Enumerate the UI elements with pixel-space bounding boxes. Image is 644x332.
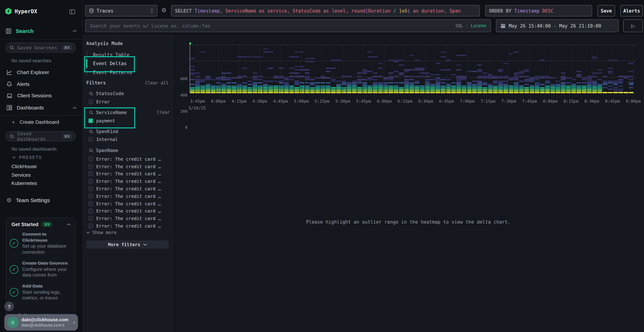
filter-option-spanname[interactable]: Error: The credit card … [88,185,170,192]
app-root: HyperDX Search Saved Searches ⌘K No save… [0,0,644,332]
filters-title: Filters [86,80,106,86]
clear-all-button[interactable]: Clear all [145,80,168,86]
filter-option-spanname[interactable]: Error: The credit card … [88,207,170,215]
search-icon [89,148,94,152]
search-input[interactable]: Search your events w/ Lucene ex. column:… [85,19,491,32]
run-query-button[interactable]: ▷ [623,19,643,32]
hyperdx-logo-icon [5,8,12,15]
x-axis-tick-label: 5:30pm [334,99,351,104]
sidebar-item-label: Dashboards [17,105,44,110]
divider [0,115,82,116]
filter-option-payment[interactable]: ✓ payment [88,117,115,124]
x-axis-tick-label: 7:15pm [480,99,496,104]
search-icon [89,92,94,96]
filter-option-spanname[interactable]: Error: The credit card … [88,170,170,178]
preset-clickhouse[interactable]: ClickHouse [12,164,37,169]
sidebar-item-label: Client Sessions [17,93,52,98]
filter-option-internal[interactable]: Internal [88,136,118,143]
filter-option-spanname[interactable]: Error: The credit card … [88,155,170,163]
get-started-progress-badge: 3/3 [41,222,52,227]
show-more-button[interactable]: Show more [86,230,116,235]
checkbox-unchecked[interactable] [88,186,93,191]
no-saved-dashboards-text: No saved dashboards [12,146,57,152]
preset-services[interactable]: Services [12,172,30,178]
language-toggle-sql[interactable]: SQL [455,23,463,28]
saved-searches-input[interactable]: Saved Searches ⌘K [6,42,76,52]
sidebar-item-alerts[interactable]: Alerts [6,80,76,89]
search-section-header[interactable]: Search [6,28,76,34]
time-range-value: May 26 15:40:00 - May 26 21:10:00 [509,23,601,28]
sql-select-input[interactable]: SELECT Timestamp, ServiceName as service… [171,5,480,16]
saved-dashboards-placeholder: Saved Dashboards [17,131,59,142]
checkbox-unchecked[interactable] [88,224,93,228]
chevron-up-icon [73,106,76,109]
presets-toggle[interactable]: PRESETS [12,155,42,160]
x-axis-tick-label: 5:45pm [355,99,372,104]
chevron-down-icon [86,231,90,234]
user-menu[interactable]: D dale@clickhouse.com dale@clickhouse.co… [4,314,78,330]
x-axis-tick-label: 4:15pm [230,99,248,104]
chart-area: 0200400600 3:45pm4:00pm4:15pm4:30pm4:45p… [172,34,644,332]
checkbox-checked[interactable]: ✓ [88,118,93,123]
get-started-item[interactable]: ✓ Create Data Sources Configure where yo… [10,260,73,278]
sidebar-item-chart-explorer[interactable]: Chart Explorer [6,68,76,77]
alerts-button[interactable]: Alerts [620,5,643,16]
filter-option-spanname[interactable]: Error: The credit card … [88,222,170,230]
x-axis-tick-label: 9:00pm [625,99,642,104]
get-started-item[interactable]: ✓ Add Data Start sending logs, metrics, … [10,283,73,301]
more-filters-button[interactable]: More filters [86,240,169,249]
query-settings-gear-icon[interactable]: ⚙ [161,8,166,13]
saved-dashboards-input[interactable]: Saved Dashboards ⌘K [6,131,76,141]
sidebar-item-client-sessions[interactable]: Client Sessions [6,91,76,100]
checkbox-unchecked[interactable] [88,194,93,198]
checkbox-unchecked[interactable] [88,137,93,142]
checkbox-unchecked[interactable] [88,179,93,184]
search-placeholder: Search your events w/ Lucene ex. column:… [90,23,210,28]
get-started-header[interactable]: Get Started 3/3 [12,222,71,227]
order-by-input[interactable]: ORDER BY Timestamp DESC [485,5,592,16]
checkbox-unchecked[interactable] [88,216,93,221]
clear-servicename-button[interactable]: Clear [157,110,170,115]
filter-option-spanname[interactable]: Error: The credit card … [88,200,170,208]
spanname-option-label: Error: The credit card … [96,208,161,214]
checkbox-unchecked[interactable] [88,201,93,206]
filter-option-spanname[interactable]: Error: The credit card … [88,215,170,222]
get-started-item-title[interactable]: Add Data [22,283,42,289]
mode-event-patterns[interactable]: Event Patterns [93,68,132,76]
get-started-item[interactable]: ✓ Connect to ClickHouse Set up your data… [10,232,73,255]
filter-option-error[interactable]: Error [88,98,110,106]
logo[interactable]: HyperDX [5,8,37,15]
filter-option-spanname[interactable]: Error: The credit card … [88,192,170,200]
filter-option-spanname[interactable]: Error: The credit card … [88,178,170,185]
check-circle-icon: ✓ [10,265,18,274]
x-axis-tick-label: 5:00pm [293,99,310,104]
spanname-option-label: Error: The credit card … [96,171,161,176]
get-started-item-title[interactable]: Connect to ClickHouse [22,232,48,243]
language-toggle-lucene[interactable]: Lucene [471,23,486,28]
sidebar-item-dashboards[interactable]: Dashboards [6,103,76,112]
mode-event-deltas[interactable]: Event Deltas [93,59,127,68]
team-settings-label: Team Settings [16,197,50,203]
get-started-item-title[interactable]: Create Data Sources [22,260,68,266]
collapse-sidebar-icon[interactable] [70,9,75,14]
laptop-icon [6,93,12,98]
mode-results-table[interactable]: Results Table [93,50,130,59]
create-dashboard-label: Create Dashboard [20,120,59,125]
checkbox-unchecked[interactable] [88,100,93,104]
source-select[interactable]: Traces [85,5,158,16]
checkbox-unchecked[interactable] [88,157,93,161]
filter-option-spanname[interactable]: Error: The credit card … [88,163,170,170]
create-dashboard-button[interactable]: + Create Dashboard [12,119,59,125]
checkbox-unchecked[interactable] [88,209,93,214]
save-button[interactable]: Save [598,5,615,16]
spanname-options-list: Error: The credit card …Error: The credi… [88,155,170,230]
sidebar-item-team-settings[interactable]: ⚙ Team Settings [6,197,50,203]
checkbox-unchecked[interactable] [88,164,93,169]
duration-heatmap[interactable] [190,42,636,94]
preset-kubernetes[interactable]: Kubernetes [12,180,37,186]
time-range-picker[interactable]: May 26 15:40:00 - May 26 21:10:00 [496,19,618,32]
check-circle-icon: ✓ [10,239,18,248]
checkbox-unchecked[interactable] [88,172,93,176]
spanname-option-label: Error: The credit card … [96,216,161,221]
help-button[interactable]: ? [4,302,14,311]
